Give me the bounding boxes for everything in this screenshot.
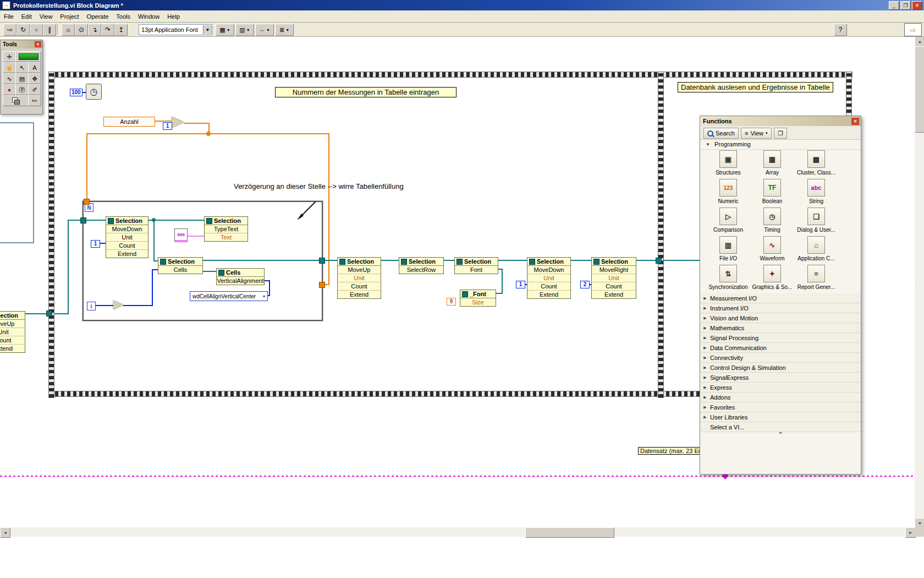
wire-ref-segment[interactable] [635, 260, 658, 261]
wire-string-segment[interactable] [186, 236, 204, 237]
tunnel-ref[interactable] [319, 258, 325, 264]
structure-offscreen-left[interactable] [0, 122, 34, 243]
get-color-tool[interactable]: ✐ [28, 84, 41, 95]
position-select-tool[interactable]: ↖ [15, 62, 29, 73]
brush-tool[interactable]: ✏ [28, 95, 41, 106]
scroll-left-button[interactable]: ◄ [0, 527, 10, 538]
menu-help[interactable]: Help [163, 12, 184, 21]
palette-item-comparison[interactable]: ▷Comparison [706, 208, 750, 233]
category-favorites[interactable]: ▶Favorites [700, 402, 861, 412]
pause-button[interactable]: ∥ [43, 24, 56, 36]
wire-numeric-segment[interactable] [86, 133, 87, 200]
palette-view-button[interactable]: ≡ View ▾ [741, 128, 772, 139]
annotation-text[interactable]: Verzögerung an dieser Stelle --> wirre T… [234, 182, 404, 190]
horizontal-scrollbar[interactable] [0, 527, 915, 537]
property-row[interactable]: MoveUp [0, 320, 25, 328]
palette-item-structures[interactable]: ▣Structures [706, 150, 750, 176]
sequence-border-left[interactable] [48, 72, 54, 398]
property-node-font[interactable]: Selection Font [454, 257, 498, 274]
property-row[interactable]: Extend [592, 290, 636, 298]
constant-1[interactable]: 1 [163, 122, 172, 130]
invoke-node-movedown-2[interactable]: Selection MoveDown Unit Count Extend [527, 257, 571, 299]
tools-palette-titlebar[interactable]: Tools ✕ [1, 40, 42, 48]
wire-ref-segment[interactable] [68, 220, 106, 221]
category-instrument-io[interactable]: ▶Instrument I/O [700, 303, 861, 313]
palette-pin-button[interactable]: ❐ [774, 128, 787, 139]
scroll-up-button[interactable]: ▲ [915, 36, 924, 47]
property-row[interactable]: Count [592, 282, 636, 290]
invoke-node-movedown[interactable]: Selection MoveDown Unit Count Extend [106, 216, 148, 258]
wire-ref-segment[interactable] [202, 260, 337, 261]
step-into-button[interactable]: ↴ [88, 24, 101, 36]
property-row[interactable]: MoveDown [106, 225, 148, 233]
wire-ref-segment[interactable] [498, 260, 527, 261]
palette-item-cluster[interactable]: ▩Cluster, Class... [794, 150, 838, 176]
run-button[interactable]: ⇨ [3, 24, 16, 36]
minimize-button[interactable]: _ [889, 1, 899, 10]
property-row[interactable]: Size [460, 298, 496, 306]
constant-2[interactable]: 2 [580, 281, 590, 288]
category-addons[interactable]: ▶Addons [700, 392, 861, 402]
wire-int-segment[interactable] [123, 305, 152, 306]
category-vision-motion[interactable]: ▶Vision and Motion [700, 313, 861, 323]
edit-text-tool[interactable]: A [28, 62, 41, 73]
frame2-title-label[interactable]: Datenbank auslesen und Ergebnisse in Tab… [678, 82, 833, 92]
menu-view[interactable]: View [36, 12, 57, 21]
wire-ref-segment[interactable] [502, 269, 503, 294]
datensatz-label[interactable]: Datensatz (max. 23 Eintr [638, 447, 709, 455]
menu-window[interactable]: Window [134, 12, 163, 21]
constant-1-count[interactable]: 1 [91, 240, 100, 248]
programming-section-header[interactable]: ▼ Programming [700, 139, 861, 150]
shortcut-menu-tool[interactable]: ▤ [15, 73, 29, 84]
palette-item-application-control[interactable]: ⌂Application C... [794, 236, 838, 261]
palette-item-synchronization[interactable]: ⇅Synchronization [706, 265, 750, 290]
property-node-cells[interactable]: Selection Cells [158, 257, 203, 274]
close-icon[interactable]: ✕ [851, 118, 859, 125]
number-to-string-node[interactable]: 999 [174, 228, 188, 242]
reorder-dropdown[interactable]: ≣▼ [275, 24, 294, 36]
wire-ref-segment[interactable] [570, 260, 591, 261]
font-selector[interactable]: 13pt Application Font ▼ [139, 24, 212, 35]
vertical-scroll-thumb[interactable] [915, 46, 924, 133]
property-row[interactable]: Count [527, 282, 570, 290]
tunnel-ref[interactable] [46, 310, 52, 317]
invoke-node-typetext[interactable]: Selection TypeText Text [204, 216, 248, 242]
wire-ref-segment[interactable] [496, 293, 503, 294]
invoke-node-moveright[interactable]: Selection MoveRight Unit Count Extend [591, 257, 636, 299]
property-row[interactable]: TypeText [205, 225, 248, 233]
menu-file[interactable]: File [0, 12, 18, 21]
property-row[interactable]: MoveUp [338, 266, 381, 274]
constant-9[interactable]: 9 [447, 298, 456, 306]
menu-operate[interactable]: Operate [83, 12, 113, 21]
category-connectivity[interactable]: ▶Connectivity [700, 353, 861, 363]
comparison-node[interactable] [172, 117, 184, 128]
auto-tool-led[interactable] [15, 51, 41, 62]
menu-project[interactable]: Project [56, 12, 82, 21]
close-icon[interactable]: ✕ [35, 41, 41, 47]
loop-iteration-terminal[interactable]: i [87, 302, 96, 310]
wire-ref-segment[interactable] [380, 260, 399, 261]
category-mathematics[interactable]: ▶Mathematics [700, 323, 861, 333]
help-button[interactable]: ? [834, 24, 847, 36]
property-row[interactable]: Extend [0, 344, 25, 352]
breakpoint-tool[interactable]: ● [3, 84, 16, 95]
tunnel-ref[interactable] [80, 217, 86, 223]
wire-ref-segment[interactable] [148, 220, 204, 221]
invoke-node-selectrow[interactable]: Selection SelectRow [399, 257, 444, 274]
property-row[interactable]: Count [0, 336, 25, 344]
frame1-title-label[interactable]: Nummern der Messungen in Tabelle eintrag… [275, 87, 457, 97]
tunnel-numeric[interactable] [84, 199, 90, 205]
palette-item-report[interactable]: ≡Report Gener... [794, 265, 838, 290]
wire-numeric-segment[interactable] [328, 133, 329, 284]
tunnel-ref[interactable] [656, 258, 662, 264]
chevron-down-icon[interactable]: ▼ [203, 25, 212, 34]
constant-1-b[interactable]: 1 [516, 281, 525, 288]
property-node-fontsize[interactable]: _Font Size [460, 290, 496, 307]
connect-wire-tool[interactable]: ∿ [3, 73, 16, 84]
wire-numeric-segment[interactable] [154, 121, 172, 122]
wire-int-segment[interactable] [95, 305, 113, 306]
category-control-design[interactable]: ▶Control Design & Simulation [700, 363, 861, 373]
property-row[interactable]: Count [338, 282, 381, 290]
menu-tools[interactable]: Tools [112, 12, 134, 21]
wire-ref-segment[interactable] [153, 220, 155, 261]
